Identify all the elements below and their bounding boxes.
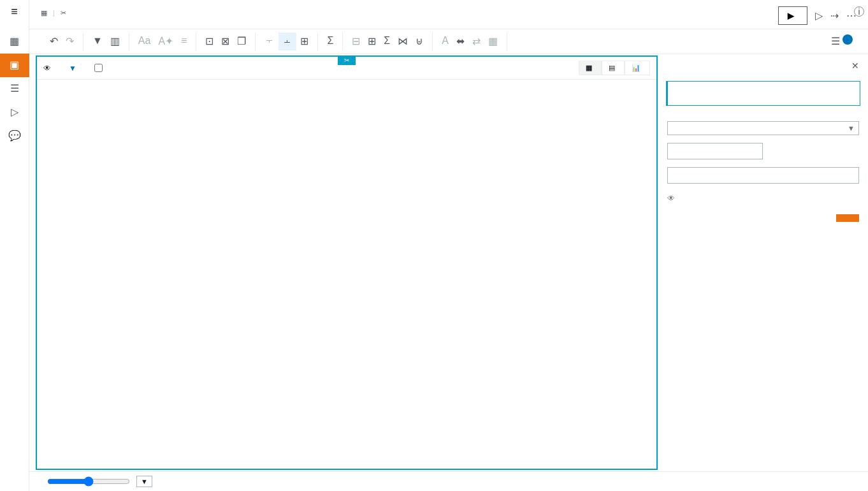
redo-icon: ↷ bbox=[66, 35, 74, 47]
datasets-icon: ▦ bbox=[1, 35, 28, 47]
toolbar: ↶ ↷ ▼ ▥ Aa A✦ ≡ ⊡ ⊠ ❐ ⫟ ⫠ ⊞ bbox=[29, 29, 868, 54]
duplicates-icon: ❐ bbox=[237, 35, 246, 47]
rail-recipes[interactable]: ☰ bbox=[0, 77, 29, 101]
run-job-button[interactable]: ▶ bbox=[778, 6, 807, 25]
scale-icon: ⬌ bbox=[456, 35, 465, 47]
recipe-button[interactable]: ☰ bbox=[827, 32, 857, 51]
union-icon: ⊎ bbox=[416, 35, 423, 47]
apply-button[interactable] bbox=[836, 214, 859, 222]
sample-icon: ✂ bbox=[61, 9, 66, 17]
functions-icon: Σ bbox=[327, 35, 333, 47]
scale-button[interactable]: ⬌ bbox=[452, 33, 468, 51]
jobs-icon: ▷ bbox=[1, 106, 28, 118]
panel-info bbox=[666, 81, 860, 106]
format-button[interactable]: Aa bbox=[134, 33, 155, 50]
eye-icon: 👁 bbox=[667, 194, 675, 203]
encode-button[interactable]: ▦ bbox=[484, 33, 502, 51]
recipes-icon: ☰ bbox=[1, 82, 28, 94]
text-button[interactable]: A bbox=[438, 33, 452, 50]
clean-button[interactable]: A✦ bbox=[154, 33, 177, 51]
group-button[interactable]: Σ bbox=[380, 33, 394, 50]
column-icon: ▥ bbox=[110, 35, 120, 47]
job-details-icon: ▷ bbox=[815, 10, 823, 22]
job-details-button[interactable]: ▷ bbox=[815, 10, 823, 22]
rail-jobs[interactable]: ▷ bbox=[0, 101, 29, 124]
invalid-icon: ⊠ bbox=[221, 35, 229, 47]
add-column-dropdown[interactable]: ▼ bbox=[667, 121, 859, 135]
undo-icon: ↶ bbox=[50, 35, 58, 47]
union-button[interactable]: ⊎ bbox=[412, 33, 427, 51]
lineage-icon: ⇢ bbox=[830, 10, 839, 22]
clean-icon: A✦ bbox=[158, 35, 173, 47]
join-button[interactable]: ⋈ bbox=[394, 33, 412, 51]
missing-icon: ⊡ bbox=[205, 35, 213, 47]
encode-icon: ▦ bbox=[488, 35, 498, 47]
create-button[interactable]: ⊞ bbox=[296, 33, 312, 51]
duplicates-button[interactable]: ❐ bbox=[233, 33, 250, 51]
group-icon: Σ bbox=[384, 35, 390, 47]
create-icon: ⊞ bbox=[300, 35, 308, 47]
rail-community[interactable]: 💬 bbox=[0, 124, 29, 148]
chevron-down-icon: ▼ bbox=[848, 124, 855, 132]
newcolumn-input[interactable] bbox=[667, 167, 859, 184]
extract-button[interactable]: ≡ bbox=[177, 33, 191, 50]
dataset-icon: ▦ bbox=[41, 9, 47, 17]
undo-button[interactable]: ↶ bbox=[46, 33, 62, 51]
mapping-button[interactable]: ⇄ bbox=[468, 33, 484, 51]
rail-datasets[interactable]: ▦ bbox=[0, 30, 29, 54]
recipe-icon: ☰ bbox=[831, 34, 853, 47]
projects-icon: ▣ bbox=[1, 59, 28, 71]
sample-tag[interactable]: ✂ bbox=[338, 55, 356, 65]
split-button[interactable]: ⫟ bbox=[261, 33, 278, 50]
text-icon: A bbox=[442, 35, 449, 47]
tab-grid[interactable]: ▦ bbox=[579, 61, 602, 75]
preview-shown-toggle[interactable]: 👁 bbox=[667, 194, 859, 203]
separator-input[interactable] bbox=[667, 143, 763, 159]
cancel-button[interactable] bbox=[808, 214, 831, 222]
format-icon: Aa bbox=[138, 35, 151, 47]
pivot-icon: ⊞ bbox=[368, 35, 376, 47]
tab-profile[interactable]: 📊 bbox=[625, 61, 650, 75]
left-rail: ≡ ▦ ▣ ☰ ▷ 💬 bbox=[0, 0, 29, 491]
merge-button[interactable]: ⫠ bbox=[278, 33, 296, 50]
missing-button[interactable]: ⊡ bbox=[201, 33, 217, 51]
unnest-icon: ⊟ bbox=[352, 35, 360, 47]
merge-panel: ✕ ▼ 👁 bbox=[658, 54, 868, 471]
zoom-slider[interactable] bbox=[47, 476, 130, 487]
column-button[interactable]: ▥ bbox=[106, 33, 124, 51]
filter-icon: ▼ bbox=[92, 35, 103, 47]
join-icon: ⋈ bbox=[398, 35, 408, 47]
redo-button[interactable]: ↷ bbox=[62, 33, 78, 51]
pivot-button[interactable]: ⊞ bbox=[364, 33, 380, 51]
split-icon: ⫟ bbox=[264, 35, 275, 47]
rail-projects[interactable]: ▣ bbox=[0, 54, 29, 77]
merge-icon: ⫠ bbox=[282, 35, 293, 47]
columns-dropdown[interactable]: ▼ bbox=[69, 64, 76, 73]
view-highlighted-checkbox[interactable] bbox=[94, 64, 105, 72]
filter-button[interactable]: ▼ bbox=[89, 33, 106, 50]
info-icon[interactable]: i bbox=[854, 6, 864, 17]
menu-icon[interactable]: ≡ bbox=[11, 5, 18, 18]
zoom-dropdown[interactable]: ▼ bbox=[136, 476, 152, 487]
mapping-icon: ⇄ bbox=[472, 35, 481, 47]
invalid-button[interactable]: ⊠ bbox=[217, 33, 233, 51]
extract-icon: ≡ bbox=[181, 35, 187, 47]
community-icon: 💬 bbox=[1, 129, 28, 142]
unnest-button[interactable]: ⊟ bbox=[348, 33, 364, 51]
close-icon[interactable]: ✕ bbox=[851, 61, 859, 71]
tab-schema[interactable]: ▤ bbox=[602, 61, 625, 75]
play-icon: ▶ bbox=[788, 11, 794, 20]
functions-button[interactable]: Σ bbox=[323, 33, 337, 50]
eye-icon: 👁 bbox=[43, 64, 51, 73]
lineage-button[interactable]: ⇢ bbox=[830, 10, 839, 22]
